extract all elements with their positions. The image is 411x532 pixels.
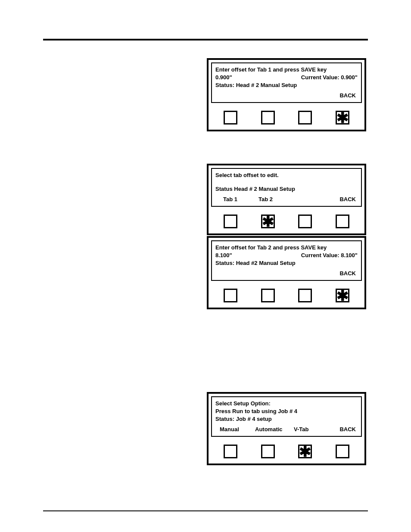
line-3: Status: Job # 4 setup [215,415,358,423]
back-label: BACK [215,270,358,277]
entered-value: 8.100" [215,252,232,259]
prompt-line: Enter offset for Tab 2 and press SAVE ke… [215,244,358,252]
softkey-1[interactable] [224,111,237,124]
softkey-2-tab2[interactable]: ✱ [261,215,275,228]
label-back: BACK [339,426,358,433]
softkey-2-automatic[interactable] [261,445,275,458]
status-line: Status: Head # 2 Manual Setup [215,81,358,89]
softkey-labels: Tab 1 Tab 2 BACK [215,196,358,203]
lcd-screen: Enter offset for Tab 1 and press SAVE ke… [211,62,362,103]
button-row: ✱ [209,106,364,130]
prompt-line: Select tab offset to edit. [215,171,358,179]
lcd-screen: Enter offset for Tab 2 and press SAVE ke… [211,240,362,281]
label-tab2: Tab 2 [258,196,294,203]
asterisk-icon: ✱ [336,112,349,123]
lcd-panel-tab1-offset: Enter offset for Tab 1 and press SAVE ke… [207,58,366,131]
asterisk-icon: ✱ [262,216,274,227]
softkey-labels: Manual Automatic V-Tab BACK [215,426,358,433]
softkey-1[interactable] [224,289,237,302]
softkey-4-back[interactable]: ✱ [336,289,349,302]
lcd-screen: Select Setup Option: Press Run to tab us… [211,396,362,437]
line-1: Select Setup Option: [215,400,358,408]
softkey-3[interactable] [298,215,312,228]
prompt-line: Enter offset for Tab 1 and press SAVE ke… [215,66,358,74]
lcd-panel-setup-option: Select Setup Option: Press Run to tab us… [207,392,366,465]
lcd-panel-select-offset: Select tab offset to edit. Status Head #… [207,164,366,235]
softkey-4-back[interactable]: ✱ [336,111,349,124]
line-2: Press Run to tab using Job # 4 [215,408,358,415]
status-line: Status Head # 2 Manual Setup [215,185,358,193]
softkey-2[interactable] [261,111,275,124]
button-row: ✱ [209,209,364,233]
softkey-4-back[interactable] [336,215,349,228]
softkey-2[interactable] [261,289,275,302]
label-back: BACK [339,196,358,203]
bottom-rule [43,510,368,511]
lcd-panel-tab2-offset: Enter offset for Tab 2 and press SAVE ke… [207,236,366,309]
label-automatic: Automatic [255,426,294,433]
softkey-3[interactable] [298,111,312,124]
softkey-1-manual[interactable] [224,445,237,458]
label-vtab: V-Tab [294,426,324,433]
lcd-screen: Select tab offset to edit. Status Head #… [211,168,362,207]
label-empty [294,196,329,203]
current-value-label: Current Value: 8.100" [301,252,358,259]
softkey-3-vtab[interactable]: ✱ [298,445,312,458]
current-value: 0.900" [341,74,358,81]
top-rule [43,39,368,40]
status-line: Status: Head #2 Manual Setup [215,259,358,267]
asterisk-icon: ✱ [336,290,349,301]
label-manual: Manual [220,426,255,433]
back-label: BACK [215,92,358,100]
button-row: ✱ [209,283,364,308]
button-row: ✱ [209,439,364,464]
softkey-4-back[interactable] [336,445,349,458]
asterisk-icon: ✱ [299,446,311,457]
label-tab1: Tab 1 [223,196,258,203]
softkey-1-tab1[interactable] [224,215,237,228]
current-value-label: Current Value: 0.900" [301,74,358,81]
current-value: 8.100" [341,252,358,258]
softkey-3[interactable] [298,289,312,302]
entered-value: 0.900" [215,74,232,81]
